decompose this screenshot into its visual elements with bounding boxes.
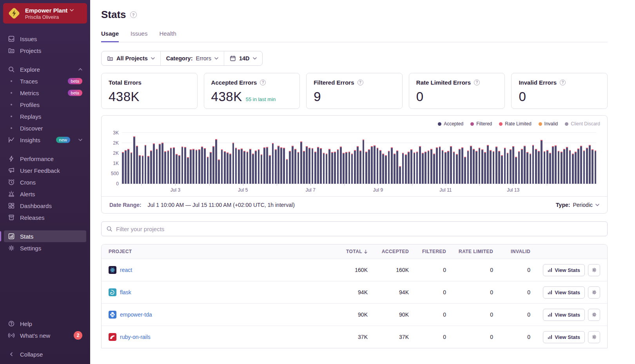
sidebar-item-replays[interactable]: Replays [4,110,86,122]
help-icon[interactable]: ? [260,80,266,85]
lightning-icon [8,155,15,162]
sidebar-item-label: Releases [20,214,45,221]
sidebar-item-performance[interactable]: Performance [4,153,86,165]
table-row: ruby-on-rails 37K 37K 0 0 0 View Stats [102,326,607,348]
sidebar-item-crons[interactable]: Crons [4,176,86,188]
sidebar-item-issues[interactable]: Issues [4,33,86,45]
project-settings-button[interactable] [588,331,600,343]
legend-rate-limited[interactable]: Rate Limited [499,121,531,127]
legend-label: Invalid [544,121,558,127]
calendar-icon [230,55,236,62]
cell-rate-limited: 0 [446,267,493,273]
sort-desc-icon [364,250,368,254]
card-value: 9 [314,89,321,104]
sidebar-item-metrics[interactable]: Metrics beta [4,87,86,99]
help-icon[interactable]: ? [560,80,566,85]
tab-health[interactable]: Health [159,30,176,42]
tab-issues[interactable]: Issues [131,30,147,42]
cell-filtered: 0 [409,289,446,295]
sidebar-item-stats[interactable]: Stats [4,230,86,242]
sidebar-item-settings[interactable]: Settings [4,242,86,254]
date-range-dropdown[interactable]: 14D [224,51,262,65]
help-icon[interactable]: ? [474,80,480,85]
cell-rate-limited: 0 [446,311,493,318]
sidebar-collapse-button[interactable]: Collapse [4,348,86,360]
sidebar-item-traces[interactable]: Traces beta [4,75,86,87]
date-range-label: Date Range: [109,202,142,208]
sidebar-item-discover[interactable]: Discover [4,122,86,134]
chart-bars[interactable] [122,133,596,184]
sidebar-item-profiles[interactable]: Profiles [4,99,86,110]
view-stats-button[interactable]: View Stats [543,331,585,343]
project-settings-button[interactable] [588,264,600,276]
col-accepted[interactable]: ACCEPTED [368,249,409,254]
card-value: 0 [519,89,526,104]
legend-client-discard[interactable]: Client Discard [565,121,600,127]
sidebar-item-whats-new[interactable]: What's new 2 [4,330,86,341]
col-project[interactable]: PROJECT [109,249,325,254]
project-link[interactable]: react [120,267,132,273]
sidebar-item-label: Issues [20,36,37,42]
legend-dot [565,122,568,126]
project-search-input[interactable] [116,226,602,232]
cell-total: 160K [325,267,368,273]
col-rate-limited[interactable]: RATE LIMITED [446,249,493,254]
tab-bar: Usage Issues Health [101,30,608,42]
page-help-icon[interactable]: ? [130,11,137,18]
dashboards-icon [8,202,15,209]
org-switcher[interactable]: Empower Plant Priscila Oliveira [3,3,87,24]
col-total-sorted[interactable]: TOTAL [346,249,368,254]
project-link[interactable]: empower-tda [120,311,152,318]
sidebar-item-label: Explore [20,66,40,73]
legend-label: Client Discard [571,121,600,127]
view-stats-button[interactable]: View Stats [543,264,585,276]
chevron-up-icon[interactable] [78,68,82,71]
org-user: Priscila Oliveira [25,14,74,20]
cell-accepted: 160K [368,267,409,273]
project-link[interactable]: ruby-on-rails [120,334,151,340]
tab-usage[interactable]: Usage [101,30,119,42]
cell-invalid: 0 [493,289,530,295]
sidebar-nav: Issues Projects Explore Traces beta Metr… [0,33,90,254]
sidebar-item-user-feedback[interactable]: User Feedback [4,165,86,176]
col-invalid[interactable]: INVALID [493,249,530,254]
project-link[interactable]: flask [120,289,131,295]
sidebar-item-label: Crons [20,179,36,186]
legend-label: Accepted [444,121,463,127]
cell-rate-limited: 0 [446,334,493,340]
sidebar-item-projects[interactable]: Projects [4,45,86,56]
category-filter-label: Category: [166,55,193,62]
category-filter-dropdown[interactable]: Category: Errors [160,51,224,65]
cell-invalid: 0 [493,267,530,273]
chevron-down-icon[interactable] [78,139,82,141]
sidebar-item-explore[interactable]: Explore [4,63,86,75]
sidebar-item-help[interactable]: Help [4,318,86,330]
sidebar-item-dashboards[interactable]: Dashboards [4,200,86,212]
legend-accepted[interactable]: Accepted [438,121,463,127]
chevron-down-icon [253,57,257,60]
type-dropdown[interactable]: Type: Periodic [556,202,599,208]
legend-filtered[interactable]: Filtered [470,121,492,127]
view-stats-button[interactable]: View Stats [543,309,585,321]
help-icon[interactable]: ? [357,80,363,85]
legend-invalid[interactable]: Invalid [539,121,558,127]
col-filtered[interactable]: FILTERED [409,249,446,254]
sidebar-item-alerts[interactable]: Alerts [4,188,86,200]
cell-filtered: 0 [409,334,446,340]
sidebar-item-releases[interactable]: Releases [4,212,86,223]
card-label: Invalid Errors [519,79,557,86]
org-logo [7,6,21,20]
mini-bar-chart-icon [548,290,552,295]
view-stats-button[interactable]: View Stats [543,286,585,299]
cell-total: 94K [325,289,368,295]
project-filter-dropdown[interactable]: All Projects [102,51,160,65]
project-settings-button[interactable] [588,286,600,299]
chevron-down-icon [70,9,74,11]
sidebar-item-insights[interactable]: Insights new [4,134,86,146]
chevron-left-icon [8,351,15,358]
megaphone-icon [8,167,15,174]
chevron-down-icon [595,204,599,206]
gear-icon [591,334,597,340]
project-settings-button[interactable] [588,309,600,321]
date-range-text: Jul 1 10:00 AM — Jul 15 11:00 AM (+02:00… [148,202,295,208]
